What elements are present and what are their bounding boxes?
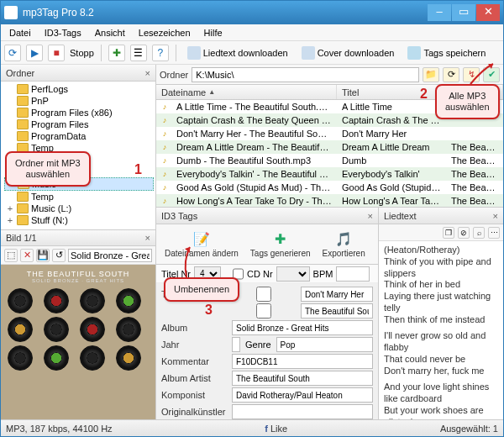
menu-lesezeichen[interactable]: Lesezeichen (134, 26, 196, 39)
image-pane-title: Bild 1/1 (6, 233, 37, 243)
image-pane-header: Bild 1/1 × (1, 229, 155, 246)
tree-node[interactable]: PerfLogs (4, 83, 154, 95)
inp-album[interactable] (232, 320, 373, 335)
inp-albumartist[interactable] (232, 371, 373, 386)
browse-button[interactable]: 📁 (423, 67, 439, 82)
lyrics-icon (187, 46, 201, 60)
close-button[interactable]: ✕ (476, 4, 500, 21)
cdnr-label: CD Nr (247, 269, 273, 279)
callout-2: Alle MP3 auswählen (435, 84, 500, 119)
folder-icon (17, 203, 29, 213)
lyr-btn-2[interactable]: ⊘ (458, 227, 470, 239)
toolbar-btn-1[interactable]: ⟳ (4, 45, 21, 61)
file-row[interactable]: ♪Dumb - The Beautiful South.mp3DumbThe B… (156, 154, 503, 167)
lbl-kommentar: Kommentar (161, 356, 227, 366)
window-title: mp3Tag Pro 8.2 (23, 7, 428, 18)
tree-node[interactable]: +Stuff (N:) (4, 214, 154, 226)
file-row[interactable]: ♪How Long's A Tear Take To Dry - The Bea… (156, 194, 503, 208)
id3-pane-header: ID3 Tags × (156, 208, 378, 224)
inp-komponist[interactable] (232, 387, 373, 403)
download-lyrics-button[interactable]: Liedtext downloaden (183, 44, 292, 62)
generate-tags-button[interactable]: ✚Tags generieren (250, 231, 311, 258)
mp3-icon: ♪ (158, 128, 171, 140)
refresh-button[interactable]: ⟳ (443, 67, 459, 82)
chk-interpret[interactable] (232, 303, 296, 319)
maximize-button[interactable]: ▭ (452, 4, 475, 21)
lyrics-text[interactable]: (Heaton/Rotheray)Think of you with pipe … (379, 241, 503, 419)
cover-subtitle: SOLID BRONZE · GREAT HITS (6, 278, 150, 283)
play-button[interactable]: ▶ (26, 45, 43, 61)
inp-genre[interactable] (276, 337, 373, 352)
lyrics-close[interactable]: × (493, 211, 498, 221)
cover-art[interactable]: THE BEAUTIFUL SOUTH SOLID BRONZE · GREAT… (1, 265, 155, 419)
col-filename[interactable]: Dateiname▲ (156, 85, 337, 99)
tree-node[interactable]: PnP (4, 95, 154, 107)
lyr-btn-1[interactable]: ❐ (443, 227, 454, 239)
folder-icon (17, 215, 29, 225)
export-button[interactable]: 🎵Exportieren (323, 231, 365, 258)
tree-node[interactable]: Temp (4, 191, 154, 203)
col-title[interactable]: Titel (337, 85, 446, 99)
lyrics-title: Liedtext (384, 211, 417, 221)
tree-node[interactable]: Program Files (4, 118, 154, 130)
lyr-btn-3[interactable]: ⌕ (473, 227, 485, 239)
inp-interpret[interactable] (301, 303, 373, 319)
image-pane-close[interactable]: × (145, 233, 150, 243)
status-info: MP3, 187 kbps, 44100 Hz (6, 424, 113, 434)
image-prev-icon[interactable]: ⬚ (4, 249, 18, 262)
file-row[interactable]: ♪Don't Marry Her - The Beautiful South.m… (156, 127, 503, 140)
minimize-button[interactable]: – (428, 4, 451, 21)
image-save-icon[interactable]: 💾 (36, 249, 50, 262)
tag-form: Titel Album JahrGenre Kommentar Album Ar… (156, 283, 378, 419)
menu-ansicht[interactable]: Ansicht (90, 26, 130, 39)
mp3-icon: ♪ (158, 141, 171, 153)
folder-pane-close[interactable]: × (145, 68, 150, 78)
export-icon: 🎵 (333, 231, 354, 248)
stop-label: Stopp (70, 48, 94, 58)
app-window: mp3Tag Pro 8.2 – ▭ ✕ Datei ID3-Tags Ansi… (0, 0, 504, 437)
cdnr-select[interactable] (276, 266, 310, 282)
cover-name-input[interactable] (68, 249, 152, 262)
file-row[interactable]: ♪Dream A Little Dream - The Beautiful So… (156, 140, 503, 154)
tree-node[interactable]: Program Files (x86) (4, 107, 154, 118)
help-icon[interactable]: ? (152, 45, 169, 61)
inp-kommentar[interactable] (232, 354, 373, 369)
toolbar-btn-b[interactable]: ☰ (130, 45, 147, 61)
save-icon (407, 46, 421, 60)
menu-datei[interactable]: Datei (4, 26, 36, 39)
chk-titel[interactable] (232, 287, 296, 302)
file-row[interactable]: ♪Everybody's Talkin' - The Beautiful Sou… (156, 167, 503, 181)
image-refresh-icon[interactable]: ↺ (52, 249, 66, 262)
menu-hilfe[interactable]: Hilfe (199, 26, 228, 39)
id3-pane-title: ID3 Tags (161, 211, 197, 221)
menu-id3tags[interactable]: ID3-Tags (39, 26, 87, 39)
mp3-icon: ♪ (158, 195, 171, 207)
id3-pane-close[interactable]: × (368, 211, 373, 221)
lbl-orig: Originalkünstler (161, 407, 227, 417)
inp-orig[interactable] (232, 404, 373, 419)
mp3-icon: ♪ (158, 114, 171, 126)
callout-1: Ordner mit MP3 auswählen (5, 151, 91, 187)
tree-node[interactable]: ProgramData (4, 130, 154, 142)
folder-icon (17, 108, 29, 118)
lyr-btn-4[interactable]: ⋯ (488, 227, 500, 239)
inp-jahr[interactable] (232, 337, 240, 352)
lyrics-pane-header: Liedtext × (379, 208, 503, 224)
tree-node[interactable]: +Music (L:) (4, 203, 154, 214)
file-row[interactable]: ♪Good As Gold (Stupid As Mud) - The Beau… (156, 181, 503, 194)
save-tags-button[interactable]: Tags speichern (403, 44, 490, 62)
folder-icon (17, 131, 29, 141)
toolbar-btn-a[interactable]: ✚ (108, 45, 125, 61)
lbl-komponist: Komponist (161, 390, 227, 400)
inp-titel[interactable] (301, 287, 373, 302)
bpm-input[interactable] (336, 266, 370, 282)
folder-pane-header: Ordner × (1, 65, 155, 82)
stop-button[interactable]: ■ (48, 45, 65, 61)
image-delete-icon[interactable]: ✕ (20, 249, 34, 262)
status-like[interactable]: Like (270, 424, 287, 434)
path-input[interactable] (192, 67, 419, 82)
left-pane: Ordner × PerfLogsPnPProgram Files (x86)P… (1, 65, 156, 419)
callout-3: Umbenennen (164, 277, 239, 302)
main-area: Ordner × PerfLogsPnPProgram Files (x86)P… (1, 65, 503, 419)
download-cover-button[interactable]: Cover downloaden (297, 44, 399, 62)
